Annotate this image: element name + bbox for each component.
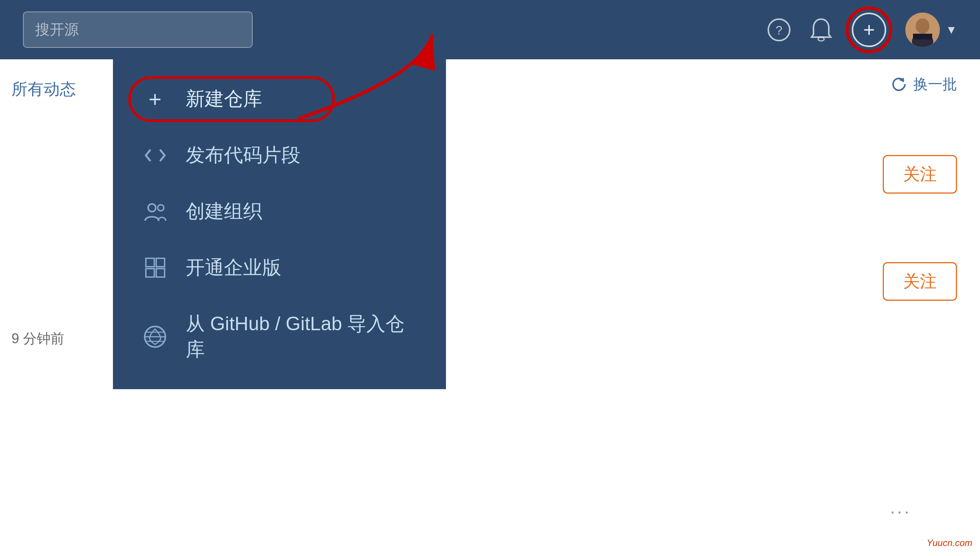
org-icon (144, 201, 167, 222)
bell-icon[interactable] (810, 17, 833, 42)
all-activity-label: 所有动态 (11, 78, 101, 100)
avatar-dropdown-arrow: ▼ (946, 23, 957, 36)
import-icon (144, 325, 167, 348)
org-menu-item[interactable]: 创建组织 (113, 183, 446, 240)
search-input[interactable] (35, 21, 240, 38)
plus-icon: + (863, 20, 875, 40)
svg-point-8 (148, 204, 156, 212)
org-label: 创建组织 (186, 199, 262, 224)
new-repo-label: 新建仓库 (186, 86, 262, 112)
avatar-container[interactable]: ▼ (905, 13, 957, 47)
search-box[interactable] (23, 11, 253, 48)
new-repo-menu-item[interactable]: + 新建仓库 (113, 71, 446, 127)
main-content: 所有动态 9 分钟前 + 新建仓库 发布代码片段 (0, 59, 980, 556)
import-menu-item[interactable]: 从 GitHub / GitLab 导入仓库 (113, 296, 446, 378)
enterprise-menu-item[interactable]: 开通企业版 (113, 240, 446, 296)
new-repo-icon: + (144, 86, 167, 112)
svg-text:?: ? (776, 23, 782, 37)
help-icon[interactable]: ? (768, 18, 791, 41)
snippet-label: 发布代码片段 (186, 142, 301, 168)
svg-point-3 (818, 37, 824, 41)
header: ? + ▼ (0, 0, 980, 59)
snippet-icon (144, 146, 167, 165)
enterprise-icon (144, 257, 167, 278)
enterprise-label: 开通企业版 (186, 255, 281, 280)
avatar (905, 13, 940, 47)
refresh-button[interactable]: 换一批 (890, 75, 957, 94)
svg-rect-11 (156, 258, 165, 267)
svg-rect-7 (913, 34, 932, 39)
svg-rect-13 (156, 269, 165, 277)
import-label: 从 GitHub / GitLab 导入仓库 (186, 311, 415, 362)
header-icons: ? + ▼ (768, 13, 957, 47)
dropdown-menu: + 新建仓库 发布代码片段 创建组织 (113, 59, 446, 389)
ellipsis: ... (890, 497, 911, 518)
time-label: 9 分钟前 (11, 329, 101, 348)
plus-button[interactable]: + (852, 13, 886, 47)
follow-button-2[interactable]: 关注 (883, 262, 957, 301)
svg-rect-10 (146, 258, 154, 267)
sidebar-left: 所有动态 9 分钟前 (0, 59, 113, 556)
svg-point-5 (916, 18, 929, 34)
svg-point-9 (158, 205, 164, 211)
refresh-label: 换一批 (913, 75, 957, 94)
follow-button-1[interactable]: 关注 (883, 155, 957, 194)
watermark: Yuucn.com (927, 538, 972, 548)
snippet-menu-item[interactable]: 发布代码片段 (113, 127, 446, 183)
svg-rect-12 (146, 269, 154, 277)
